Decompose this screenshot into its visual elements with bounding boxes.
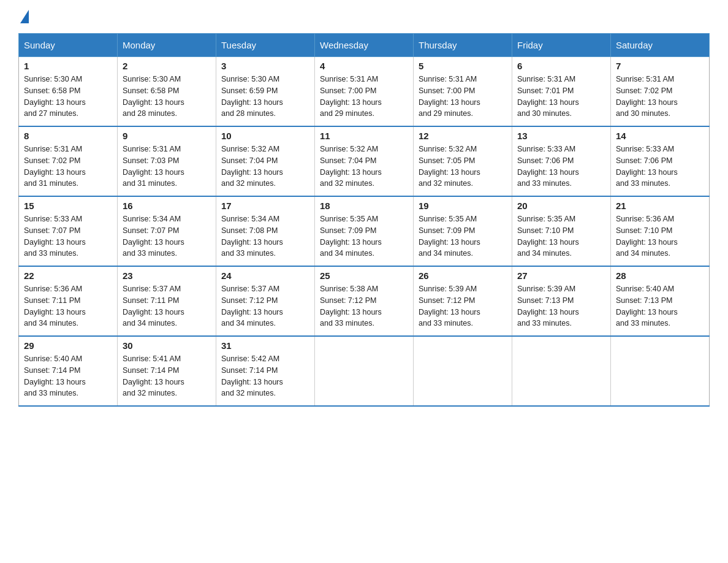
day-number: 18 bbox=[320, 201, 408, 211]
column-header-wednesday: Wednesday bbox=[315, 34, 414, 57]
day-number: 8 bbox=[24, 131, 112, 141]
day-number: 15 bbox=[24, 201, 112, 211]
calendar-cell: 14 Sunrise: 5:33 AMSunset: 7:06 PMDaylig… bbox=[611, 126, 710, 196]
day-info: Sunrise: 5:33 AMSunset: 7:06 PMDaylight:… bbox=[616, 145, 678, 188]
calendar-cell: 1 Sunrise: 5:30 AMSunset: 6:58 PMDayligh… bbox=[19, 57, 118, 127]
day-number: 17 bbox=[221, 201, 309, 211]
calendar-cell: 26 Sunrise: 5:39 AMSunset: 7:12 PMDaylig… bbox=[414, 266, 512, 336]
day-info: Sunrise: 5:32 AMSunset: 7:04 PMDaylight:… bbox=[320, 145, 382, 188]
day-number: 11 bbox=[320, 131, 408, 141]
day-number: 2 bbox=[123, 61, 211, 71]
day-number: 28 bbox=[616, 270, 704, 281]
day-number: 25 bbox=[320, 270, 408, 281]
day-info: Sunrise: 5:37 AMSunset: 7:12 PMDaylight:… bbox=[221, 285, 283, 327]
calendar-cell: 10 Sunrise: 5:32 AMSunset: 7:04 PMDaylig… bbox=[216, 126, 315, 196]
calendar-cell: 5 Sunrise: 5:31 AMSunset: 7:00 PMDayligh… bbox=[414, 57, 512, 127]
calendar-cell: 20 Sunrise: 5:35 AMSunset: 7:10 PMDaylig… bbox=[512, 196, 611, 266]
logo-top bbox=[18, 12, 29, 23]
day-info: Sunrise: 5:39 AMSunset: 7:13 PMDaylight:… bbox=[517, 285, 579, 327]
calendar: SundayMondayTuesdayWednesdayThursdayFrid… bbox=[18, 33, 710, 407]
header-area bbox=[18, 12, 710, 21]
calendar-cell: 15 Sunrise: 5:33 AMSunset: 7:07 PMDaylig… bbox=[19, 196, 118, 266]
column-header-friday: Friday bbox=[512, 34, 611, 57]
day-info: Sunrise: 5:30 AMSunset: 6:58 PMDaylight:… bbox=[123, 75, 184, 118]
calendar-body: 1 Sunrise: 5:30 AMSunset: 6:58 PMDayligh… bbox=[19, 57, 710, 407]
calendar-cell: 24 Sunrise: 5:37 AMSunset: 7:12 PMDaylig… bbox=[216, 266, 315, 336]
day-number: 21 bbox=[616, 201, 704, 211]
day-number: 7 bbox=[616, 61, 704, 71]
day-info: Sunrise: 5:35 AMSunset: 7:09 PMDaylight:… bbox=[419, 215, 480, 258]
day-info: Sunrise: 5:34 AMSunset: 7:08 PMDaylight:… bbox=[221, 215, 283, 258]
day-number: 26 bbox=[419, 270, 507, 281]
day-info: Sunrise: 5:37 AMSunset: 7:11 PMDaylight:… bbox=[123, 285, 184, 327]
day-number: 31 bbox=[221, 340, 309, 351]
day-info: Sunrise: 5:39 AMSunset: 7:12 PMDaylight:… bbox=[419, 285, 480, 327]
day-number: 4 bbox=[320, 61, 408, 71]
day-number: 10 bbox=[221, 131, 309, 141]
header-row: SundayMondayTuesdayWednesdayThursdayFrid… bbox=[19, 34, 710, 57]
calendar-cell: 28 Sunrise: 5:40 AMSunset: 7:13 PMDaylig… bbox=[611, 266, 710, 336]
calendar-cell: 25 Sunrise: 5:38 AMSunset: 7:12 PMDaylig… bbox=[315, 266, 414, 336]
column-header-saturday: Saturday bbox=[611, 34, 710, 57]
calendar-cell: 22 Sunrise: 5:36 AMSunset: 7:11 PMDaylig… bbox=[19, 266, 118, 336]
calendar-cell: 6 Sunrise: 5:31 AMSunset: 7:01 PMDayligh… bbox=[512, 57, 611, 127]
day-number: 13 bbox=[517, 131, 605, 141]
day-info: Sunrise: 5:31 AMSunset: 7:02 PMDaylight:… bbox=[24, 145, 86, 188]
calendar-cell: 3 Sunrise: 5:30 AMSunset: 6:59 PMDayligh… bbox=[216, 57, 315, 127]
logo-triangle-icon bbox=[20, 10, 29, 23]
day-number: 30 bbox=[123, 340, 211, 351]
column-header-sunday: Sunday bbox=[19, 34, 118, 57]
calendar-cell: 11 Sunrise: 5:32 AMSunset: 7:04 PMDaylig… bbox=[315, 126, 414, 196]
day-number: 27 bbox=[517, 270, 605, 281]
calendar-cell: 19 Sunrise: 5:35 AMSunset: 7:09 PMDaylig… bbox=[414, 196, 512, 266]
day-number: 23 bbox=[123, 270, 211, 281]
week-row-1: 1 Sunrise: 5:30 AMSunset: 6:58 PMDayligh… bbox=[19, 57, 710, 127]
day-info: Sunrise: 5:30 AMSunset: 6:59 PMDaylight:… bbox=[221, 75, 283, 118]
day-info: Sunrise: 5:31 AMSunset: 7:02 PMDaylight:… bbox=[616, 75, 678, 118]
calendar-cell: 30 Sunrise: 5:41 AMSunset: 7:14 PMDaylig… bbox=[118, 336, 216, 406]
calendar-cell: 16 Sunrise: 5:34 AMSunset: 7:07 PMDaylig… bbox=[118, 196, 216, 266]
day-info: Sunrise: 5:32 AMSunset: 7:05 PMDaylight:… bbox=[419, 145, 480, 188]
day-info: Sunrise: 5:35 AMSunset: 7:10 PMDaylight:… bbox=[517, 215, 579, 258]
day-number: 1 bbox=[24, 61, 112, 71]
calendar-cell: 13 Sunrise: 5:33 AMSunset: 7:06 PMDaylig… bbox=[512, 126, 611, 196]
column-header-thursday: Thursday bbox=[414, 34, 512, 57]
calendar-cell: 9 Sunrise: 5:31 AMSunset: 7:03 PMDayligh… bbox=[118, 126, 216, 196]
day-info: Sunrise: 5:30 AMSunset: 6:58 PMDaylight:… bbox=[24, 75, 86, 118]
calendar-cell bbox=[512, 336, 611, 406]
day-info: Sunrise: 5:31 AMSunset: 7:01 PMDaylight:… bbox=[517, 75, 579, 118]
calendar-cell: 8 Sunrise: 5:31 AMSunset: 7:02 PMDayligh… bbox=[19, 126, 118, 196]
day-info: Sunrise: 5:41 AMSunset: 7:14 PMDaylight:… bbox=[123, 354, 184, 397]
column-header-tuesday: Tuesday bbox=[216, 34, 315, 57]
calendar-cell: 4 Sunrise: 5:31 AMSunset: 7:00 PMDayligh… bbox=[315, 57, 414, 127]
day-number: 9 bbox=[123, 131, 211, 141]
calendar-cell: 23 Sunrise: 5:37 AMSunset: 7:11 PMDaylig… bbox=[118, 266, 216, 336]
day-number: 20 bbox=[517, 201, 605, 211]
day-info: Sunrise: 5:42 AMSunset: 7:14 PMDaylight:… bbox=[221, 354, 283, 397]
day-info: Sunrise: 5:40 AMSunset: 7:14 PMDaylight:… bbox=[24, 354, 86, 397]
calendar-cell bbox=[414, 336, 512, 406]
calendar-header: SundayMondayTuesdayWednesdayThursdayFrid… bbox=[19, 34, 710, 57]
week-row-2: 8 Sunrise: 5:31 AMSunset: 7:02 PMDayligh… bbox=[19, 126, 710, 196]
day-number: 24 bbox=[221, 270, 309, 281]
day-info: Sunrise: 5:36 AMSunset: 7:10 PMDaylight:… bbox=[616, 215, 678, 258]
calendar-cell: 21 Sunrise: 5:36 AMSunset: 7:10 PMDaylig… bbox=[611, 196, 710, 266]
calendar-cell: 12 Sunrise: 5:32 AMSunset: 7:05 PMDaylig… bbox=[414, 126, 512, 196]
logo bbox=[18, 12, 29, 21]
calendar-cell: 17 Sunrise: 5:34 AMSunset: 7:08 PMDaylig… bbox=[216, 196, 315, 266]
day-info: Sunrise: 5:38 AMSunset: 7:12 PMDaylight:… bbox=[320, 285, 382, 327]
day-number: 6 bbox=[517, 61, 605, 71]
day-info: Sunrise: 5:31 AMSunset: 7:03 PMDaylight:… bbox=[123, 145, 184, 188]
week-row-3: 15 Sunrise: 5:33 AMSunset: 7:07 PMDaylig… bbox=[19, 196, 710, 266]
day-info: Sunrise: 5:32 AMSunset: 7:04 PMDaylight:… bbox=[221, 145, 283, 188]
day-info: Sunrise: 5:40 AMSunset: 7:13 PMDaylight:… bbox=[616, 285, 678, 327]
day-number: 3 bbox=[221, 61, 309, 71]
day-info: Sunrise: 5:33 AMSunset: 7:06 PMDaylight:… bbox=[517, 145, 579, 188]
day-number: 5 bbox=[419, 61, 507, 71]
day-info: Sunrise: 5:34 AMSunset: 7:07 PMDaylight:… bbox=[123, 215, 184, 258]
calendar-cell: 27 Sunrise: 5:39 AMSunset: 7:13 PMDaylig… bbox=[512, 266, 611, 336]
calendar-cell: 29 Sunrise: 5:40 AMSunset: 7:14 PMDaylig… bbox=[19, 336, 118, 406]
week-row-5: 29 Sunrise: 5:40 AMSunset: 7:14 PMDaylig… bbox=[19, 336, 710, 406]
day-info: Sunrise: 5:33 AMSunset: 7:07 PMDaylight:… bbox=[24, 215, 86, 258]
day-number: 19 bbox=[419, 201, 507, 211]
